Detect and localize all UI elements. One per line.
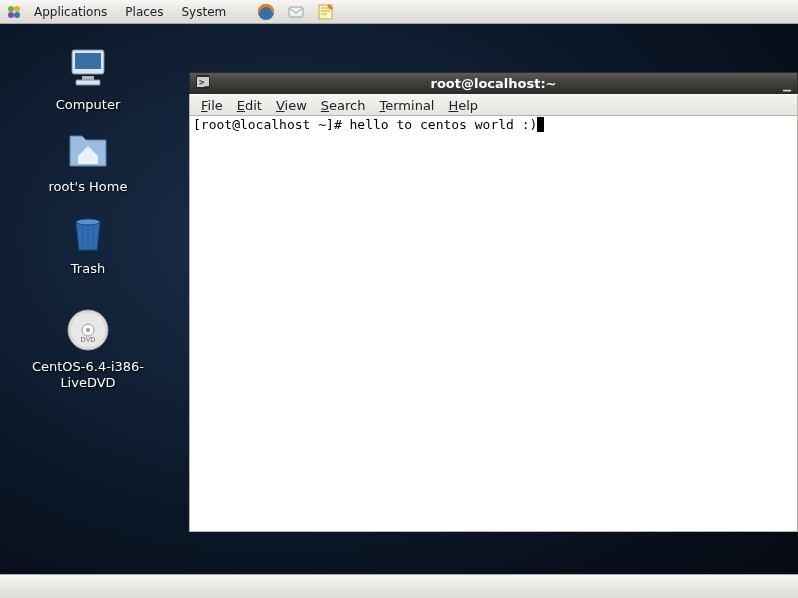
menu-places[interactable]: Places <box>117 3 171 21</box>
menu-edit[interactable]: Edit <box>230 96 269 115</box>
mail-icon[interactable] <box>282 3 310 21</box>
svg-rect-9 <box>82 76 94 80</box>
menu-applications[interactable]: Applications <box>26 3 115 21</box>
trash-icon[interactable]: Trash <box>28 208 148 277</box>
svg-rect-5 <box>289 7 303 17</box>
menu-search[interactable]: Search <box>314 96 373 115</box>
home-folder-label: root's Home <box>49 179 128 195</box>
window-titlebar[interactable]: >_ root@localhost:~ _ <box>189 72 798 94</box>
menu-view[interactable]: View <box>269 96 314 115</box>
distro-icon[interactable] <box>4 2 24 22</box>
top-panel: Applications Places System <box>0 0 798 24</box>
svg-point-15 <box>86 328 90 332</box>
notes-icon[interactable] <box>312 3 340 21</box>
window-title: root@localhost:~ <box>190 76 797 91</box>
terminal-titlebar-icon: >_ <box>196 75 210 92</box>
terminal-input: hello to centos world :) <box>350 117 538 132</box>
minimize-button[interactable]: _ <box>783 77 791 89</box>
computer-label: Computer <box>56 97 121 113</box>
terminal-area[interactable]: [root@localhost ~]# hello to centos worl… <box>189 116 798 532</box>
terminal-prompt: [root@localhost ~]# <box>193 117 350 132</box>
dvd-label: CentOS-6.4-i386-LiveDVD <box>28 359 148 392</box>
menu-terminal[interactable]: Terminal <box>373 96 442 115</box>
svg-point-1 <box>14 6 20 12</box>
bottom-panel[interactable] <box>0 574 798 598</box>
svg-point-11 <box>76 219 100 225</box>
svg-rect-8 <box>75 53 101 69</box>
trash-label: Trash <box>71 261 105 277</box>
svg-point-0 <box>8 6 14 12</box>
dvd-icon[interactable]: DVD CentOS-6.4-i386-LiveDVD <box>28 306 148 392</box>
terminal-window: >_ root@localhost:~ _ File Edit View Sea… <box>189 72 798 532</box>
svg-text:DVD: DVD <box>81 336 96 343</box>
firefox-icon[interactable] <box>252 3 280 21</box>
terminal-cursor <box>537 117 544 132</box>
computer-icon[interactable]: Computer <box>28 44 148 113</box>
svg-point-2 <box>8 12 14 18</box>
window-menubar: File Edit View Search Terminal Help <box>189 94 798 116</box>
menu-file[interactable]: File <box>194 96 230 115</box>
menu-system[interactable]: System <box>173 3 234 21</box>
svg-point-3 <box>14 12 20 18</box>
svg-rect-10 <box>76 80 100 85</box>
home-folder-icon[interactable]: root's Home <box>28 126 148 195</box>
menu-help[interactable]: Help <box>441 96 485 115</box>
svg-text:>_: >_ <box>199 77 210 87</box>
